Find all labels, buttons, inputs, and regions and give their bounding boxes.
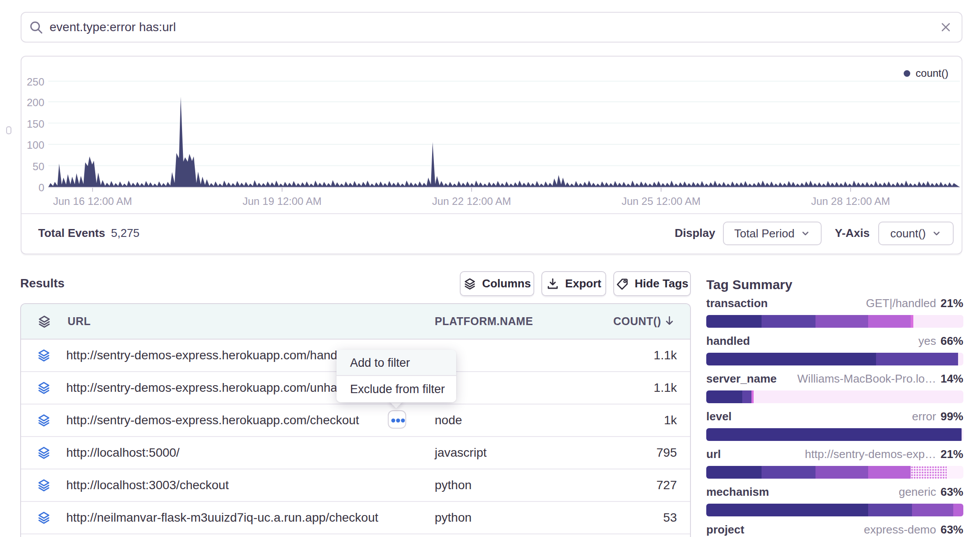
tag-bar-segment[interactable]: [706, 504, 868, 516]
table-row[interactable]: http://sentry-demos-express.herokuapp.co…: [21, 405, 690, 437]
url-cell[interactable]: http://sentry-demos-express.herokuapp.co…: [66, 340, 354, 371]
sort-desc-icon[interactable]: [663, 315, 676, 328]
tag-bar-segment[interactable]: [706, 390, 742, 403]
results-title: Results: [20, 276, 64, 290]
layers-icon: [37, 413, 51, 427]
table-row[interactable]: http://neilmanvar-flask-m3uuizd7iq-uc.a.…: [21, 502, 690, 534]
tag-top-value: GET|/handled21%: [866, 297, 963, 310]
search-icon: [29, 20, 44, 35]
tag-key: handled: [706, 334, 750, 348]
x-axis-label: Jun 25 12:00 AM: [608, 195, 714, 208]
count-cell[interactable]: 53: [547, 502, 677, 533]
tag-bar-segment[interactable]: [876, 353, 959, 365]
tag-top-value: http://sentry-demos-exp…21%: [805, 448, 963, 461]
sidebar-collapse-icon[interactable]: [6, 126, 11, 134]
url-cell[interactable]: http://localhost:5000/: [66, 437, 179, 469]
count-cell[interactable]: 795: [547, 437, 677, 469]
count-cell[interactable]: 1.1k: [547, 340, 677, 371]
tag-bar-segment[interactable]: [815, 315, 868, 328]
tag-bar-segment[interactable]: [754, 390, 963, 403]
url-cell[interactable]: http://localhost:3003/checkout: [66, 469, 229, 501]
layers-icon: [37, 446, 51, 460]
tag-bar-segment[interactable]: [706, 315, 762, 328]
layers-icon: [463, 277, 476, 290]
tag-bar-segment[interactable]: [762, 466, 815, 479]
tag-bar-segment[interactable]: [868, 466, 911, 479]
tag-bar: [706, 466, 963, 479]
export-button[interactable]: Export: [541, 271, 606, 296]
tag-key: url: [706, 448, 721, 461]
platform-cell[interactable]: python: [435, 502, 472, 533]
chevron-down-icon: [932, 229, 941, 238]
platform-cell[interactable]: python: [435, 469, 472, 501]
tag-bar-segment[interactable]: [912, 504, 953, 516]
hide-tags-button[interactable]: Hide Tags: [613, 271, 691, 296]
tag-icon: [616, 277, 629, 290]
tag-bar-segment[interactable]: [706, 353, 876, 365]
columns-button[interactable]: Columns: [460, 271, 534, 296]
count-cell[interactable]: 1.1k: [547, 372, 677, 404]
column-header-platform[interactable]: PLATFORM.NAME: [435, 304, 533, 339]
x-axis-label: Jun 16 12:00 AM: [40, 195, 145, 208]
x-axis-label: Jun 22 12:00 AM: [419, 195, 524, 208]
search-input[interactable]: event.type:error has:url: [50, 13, 176, 42]
tag-bar-segment[interactable]: [868, 504, 912, 516]
menu-item-add-to-filter[interactable]: Add to filter: [336, 350, 456, 376]
display-select[interactable]: Total Period: [723, 222, 822, 245]
platform-cell[interactable]: javascript: [435, 437, 486, 469]
tag-summary-row: url http://sentry-demos-exp…21%: [706, 448, 963, 485]
clear-search-icon[interactable]: [940, 21, 952, 33]
column-header-layers-icon[interactable]: [37, 315, 51, 329]
yaxis-label: Y-Axis: [835, 226, 870, 240]
tag-bar-segment[interactable]: [742, 390, 751, 403]
tag-summary-row: level error99%: [706, 410, 963, 448]
tag-bar-segment[interactable]: [706, 428, 962, 441]
table-row[interactable]: http://localhost:5000/ javascript 795: [21, 437, 690, 469]
yaxis-select[interactable]: count(): [878, 222, 954, 245]
tag-top-value: yes66%: [918, 334, 963, 348]
search-bar[interactable]: event.type:error has:url: [21, 12, 962, 43]
chevron-down-icon: [801, 229, 810, 238]
table-row[interactable]: http://localhost:3003/checkout python 72…: [21, 469, 690, 502]
column-header-url[interactable]: URL: [68, 304, 91, 339]
tag-bar-segment[interactable]: [953, 504, 963, 516]
url-cell[interactable]: http://neilmanvar-flask-m3uuizd7iq-uc.a.…: [66, 502, 378, 533]
tag-bar-segment[interactable]: [911, 466, 947, 479]
platform-cell[interactable]: node: [435, 405, 462, 436]
tag-summary-title: Tag Summary: [706, 277, 792, 292]
tag-bar-segment[interactable]: [815, 466, 868, 479]
tag-bar: [706, 390, 963, 403]
download-icon: [546, 277, 559, 290]
tag-bar-segment[interactable]: [762, 315, 815, 328]
layers-icon: [37, 511, 51, 525]
cell-actions-button[interactable]: [388, 410, 406, 429]
url-cell[interactable]: http://sentry-demos-express.herokuapp.co…: [66, 405, 359, 436]
count-cell[interactable]: 727: [547, 469, 677, 501]
url-cell[interactable]: http://sentry-demos-express.herokuapp.co…: [66, 372, 367, 404]
tag-bar-segment[interactable]: [962, 428, 963, 441]
layers-icon: [37, 348, 51, 362]
y-axis-label: 50: [21, 161, 44, 173]
results-table: URL PLATFORM.NAME COUNT() http://sentry-…: [20, 303, 691, 537]
tag-top-value: generic63%: [899, 485, 963, 499]
display-label: Display: [675, 226, 715, 240]
tag-bar-segment[interactable]: [913, 315, 963, 328]
tag-bar-segment[interactable]: [706, 466, 762, 479]
chart-panel: count() 050100150200250 Jun 16 12:00 AMJ…: [21, 56, 962, 254]
column-header-count[interactable]: COUNT(): [613, 304, 661, 339]
chart-legend[interactable]: count(): [904, 67, 948, 79]
tag-key: mechanism: [706, 485, 769, 499]
tag-key: level: [706, 410, 732, 423]
menu-item-exclude-from-filter[interactable]: Exclude from filter: [336, 376, 456, 402]
tag-summary-row: project express-demo63%: [706, 523, 963, 537]
tag-bar: [706, 428, 963, 441]
tag-summary-row: handled yes66%: [706, 334, 963, 372]
tag-bar-segment[interactable]: [947, 466, 963, 479]
layers-icon: [37, 381, 51, 395]
tag-bar-segment[interactable]: [958, 353, 963, 365]
tag-summary-row: server_name Williams-MacBook-Pro.lo…14%: [706, 372, 963, 410]
count-cell[interactable]: 1k: [547, 405, 677, 436]
tag-top-value: error99%: [912, 410, 963, 423]
legend-dot-icon: [904, 70, 910, 77]
tag-bar-segment[interactable]: [868, 315, 911, 328]
